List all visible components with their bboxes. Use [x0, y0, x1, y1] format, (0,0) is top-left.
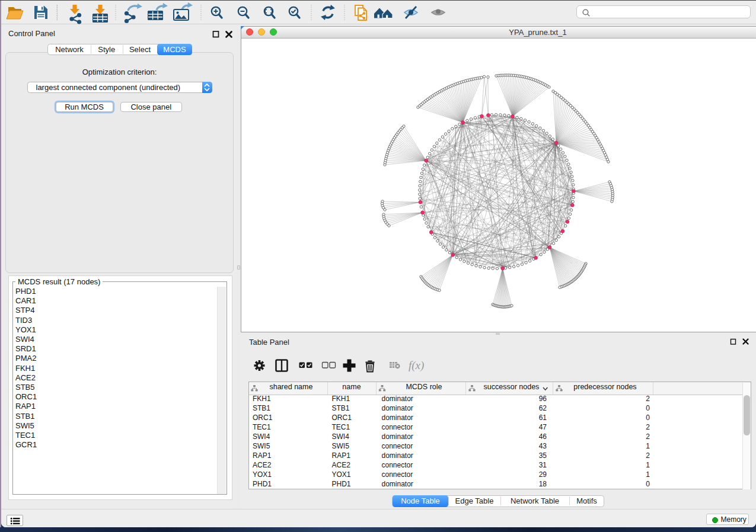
- svg-text:f(x): f(x): [409, 359, 424, 372]
